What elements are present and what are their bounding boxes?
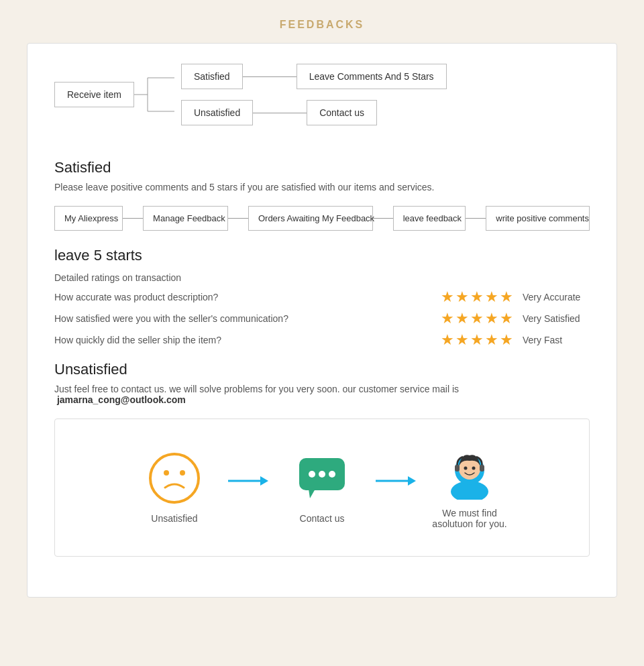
star-2-2: ★ xyxy=(455,311,469,326)
rating-label-2: Very Satisfied xyxy=(523,313,590,324)
star-3-1: ★ xyxy=(441,333,454,347)
satisfied-heading: Satisfied xyxy=(54,159,590,176)
nav-my-aliexpress: My Aliexpress xyxy=(54,206,123,231)
branch-options: Satisfied Leave Comments And 5 Stars Uns… xyxy=(181,64,447,125)
star-2-5: ★ xyxy=(500,311,513,326)
agent-icon xyxy=(443,446,496,500)
bottom-card: Unsatisfied Contact us xyxy=(54,419,590,557)
star-3-3: ★ xyxy=(470,333,484,347)
unsatisfied-row: Unsatisfied Contact us xyxy=(181,100,447,125)
star-2-3: ★ xyxy=(470,311,484,326)
arrow-1 xyxy=(228,473,268,502)
h-line-2 xyxy=(253,113,307,113)
svg-marker-16 xyxy=(408,476,416,486)
svg-point-20 xyxy=(464,467,468,470)
main-card: Receive item Satisfied Leave Comments An… xyxy=(27,43,617,598)
detailed-label: Detailed ratings on transaction xyxy=(54,272,590,283)
star-1-2: ★ xyxy=(455,290,469,304)
nav-line-1 xyxy=(123,218,143,219)
nav-flow: My Aliexpress Manage Feedback Orders Awa… xyxy=(54,206,590,231)
rating-label-1: Very Accurate xyxy=(523,292,590,302)
h-line-1 xyxy=(243,76,297,77)
svg-rect-23 xyxy=(480,465,484,471)
nav-orders-awaiting: Orders Awaiting My Feedback xyxy=(248,206,373,231)
svg-point-11 xyxy=(309,471,315,478)
svg-point-5 xyxy=(164,470,169,476)
arrow-2 xyxy=(376,473,416,502)
star-1-1: ★ xyxy=(441,290,454,304)
star-3-2: ★ xyxy=(455,333,469,347)
svg-point-12 xyxy=(319,471,325,478)
nav-line-3 xyxy=(373,218,393,219)
unsatisfied-face-icon xyxy=(148,451,201,505)
branch-lines-svg xyxy=(134,64,181,125)
star-1-3: ★ xyxy=(470,290,484,304)
rating-row-1: How accurate was product description? ★ … xyxy=(54,290,590,304)
rating-question-2: How satisfied were you with the seller's… xyxy=(54,313,441,324)
step2-label: Contact us xyxy=(300,513,345,524)
contact-us-flow-box: Contact us xyxy=(307,100,377,125)
page-header: FEEDBACKS xyxy=(0,0,644,43)
stars-section: leave 5 starts Detailed ratings on trans… xyxy=(54,247,590,347)
rating-label-3: Very Fast xyxy=(523,335,590,345)
nav-line-4 xyxy=(466,218,486,219)
leave-comments-box: Leave Comments And 5 Stars xyxy=(297,64,447,89)
step1-label: Unsatisfied xyxy=(151,513,197,524)
stars-1: ★ ★ ★ ★ ★ xyxy=(441,290,513,304)
rating-row-2: How satisfied were you with the seller's… xyxy=(54,311,590,326)
star-1-5: ★ xyxy=(500,290,513,304)
star-2-1: ★ xyxy=(441,311,454,326)
unsatisfied-section: Unsatisfied Just feel free to contact us… xyxy=(54,361,590,557)
unsatisfied-desc: Just feel free to contact us. we will so… xyxy=(54,384,590,405)
svg-marker-8 xyxy=(260,476,268,486)
rating-question-3: How quickly did the seller ship the item… xyxy=(54,335,441,345)
rating-question-1: How accurate was product description? xyxy=(54,292,441,302)
unsatisfied-box: Unsatisfied xyxy=(181,100,253,125)
star-3-4: ★ xyxy=(485,333,498,347)
star-2-4: ★ xyxy=(485,311,498,326)
page-title: FEEDBACKS xyxy=(280,19,365,30)
nav-line-2 xyxy=(228,218,248,219)
step-contact: Contact us xyxy=(275,451,369,524)
satisfied-description: Please leave positive comments and 5 sta… xyxy=(54,182,590,192)
chat-icon xyxy=(295,451,349,505)
star-3-5: ★ xyxy=(500,333,513,347)
unsatisfied-text: Just feel free to contact us. we will so… xyxy=(54,384,459,394)
email-address: jamarna_cong@outlook.com xyxy=(57,394,186,405)
rating-row-3: How quickly did the seller ship the item… xyxy=(54,333,590,347)
flow-diagram: Receive item Satisfied Leave Comments An… xyxy=(54,64,590,125)
star-1-4: ★ xyxy=(485,290,498,304)
step-unsatisfied: Unsatisfied xyxy=(127,451,221,524)
nav-manage-feedback: Manage Feedback xyxy=(143,206,228,231)
nav-leave-feedback: leave feedback xyxy=(393,206,466,231)
satisfied-box: Satisfied xyxy=(181,64,243,89)
stars-3: ★ ★ ★ ★ ★ xyxy=(441,333,513,347)
receive-item-box: Receive item xyxy=(54,82,134,107)
step-solution: We must find asolutuon for you. xyxy=(423,446,517,529)
svg-point-13 xyxy=(329,471,335,478)
satisfied-row: Satisfied Leave Comments And 5 Stars xyxy=(181,64,447,89)
nav-write-positive: write positive comments xyxy=(486,206,590,231)
svg-point-6 xyxy=(180,470,185,476)
svg-marker-14 xyxy=(309,489,315,498)
step3-label: We must find asolutuon for you. xyxy=(423,508,517,529)
svg-point-21 xyxy=(472,467,476,470)
svg-rect-22 xyxy=(455,465,460,471)
stars-heading: leave 5 starts xyxy=(54,247,590,264)
stars-2: ★ ★ ★ ★ ★ xyxy=(441,311,513,326)
svg-point-4 xyxy=(150,454,199,502)
unsatisfied-heading: Unsatisfied xyxy=(54,361,590,378)
